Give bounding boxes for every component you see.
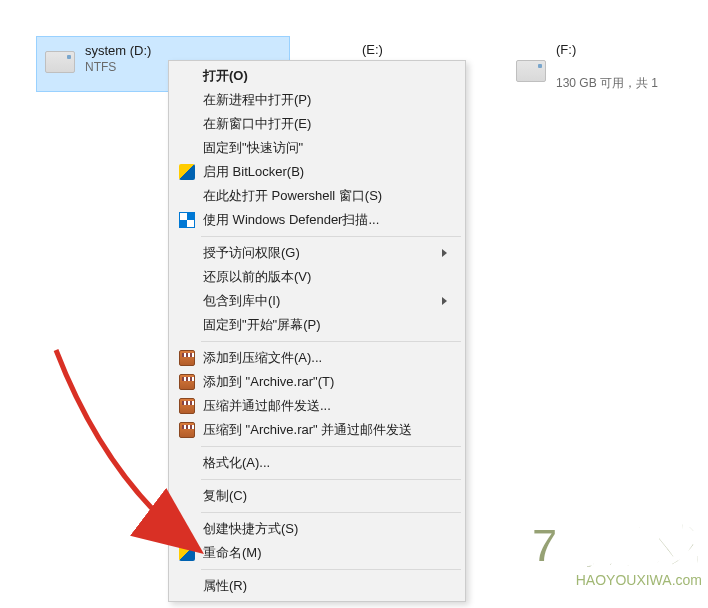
menu-add-archive-rar[interactable]: 添加到 "Archive.rar"(T) [171, 370, 463, 394]
menu-compress-email[interactable]: 压缩并通过邮件发送... [171, 394, 463, 418]
rar-icon [179, 374, 195, 390]
disk-icon [45, 51, 75, 73]
menu-separator [201, 236, 461, 237]
drive-name: (F:) [556, 42, 658, 57]
rar-icon [179, 350, 195, 366]
menu-separator [201, 479, 461, 480]
menu-compress-rar-email[interactable]: 压缩到 "Archive.rar" 并通过邮件发送 [171, 418, 463, 442]
menu-properties[interactable]: 属性(R) [171, 574, 463, 598]
drive-sub: 130 GB 可用，共 1 [556, 75, 658, 92]
menu-separator [201, 341, 461, 342]
menu-add-archive[interactable]: 添加到压缩文件(A)... [171, 346, 463, 370]
shield-icon [179, 545, 195, 561]
menu-separator [201, 569, 461, 570]
menu-rename[interactable]: 重命名(M) [171, 541, 463, 565]
menu-format[interactable]: 格式化(A)... [171, 451, 463, 475]
menu-bitlocker[interactable]: 启用 BitLocker(B) [171, 160, 463, 184]
menu-open-new-window[interactable]: 在新窗口中打开(E) [171, 112, 463, 136]
watermark-big: 7号游戏 [531, 514, 702, 578]
menu-powershell[interactable]: 在此处打开 Powershell 窗口(S) [171, 184, 463, 208]
menu-open-new-process[interactable]: 在新进程中打开(P) [171, 88, 463, 112]
submenu-arrow-icon [442, 297, 447, 305]
disk-icon [516, 60, 546, 82]
menu-pin-quick-access[interactable]: 固定到"快速访问" [171, 136, 463, 160]
drive-f[interactable]: (F:) 130 GB 可用，共 1 [508, 36, 668, 92]
shield-icon [179, 164, 195, 180]
drive-name: system (D:) [85, 43, 151, 58]
menu-copy[interactable]: 复制(C) [171, 484, 463, 508]
menu-restore-versions[interactable]: 还原以前的版本(V) [171, 265, 463, 289]
menu-create-shortcut[interactable]: 创建快捷方式(S) [171, 517, 463, 541]
defender-icon [179, 212, 195, 228]
menu-defender[interactable]: 使用 Windows Defender扫描... [171, 208, 463, 232]
watermark: 7号游戏 HAOYOUXIWA.com [531, 514, 702, 588]
drive-name: (E:) [362, 42, 462, 57]
menu-separator [201, 446, 461, 447]
menu-grant-access[interactable]: 授予访问权限(G) [171, 241, 463, 265]
drive-sub: NTFS [85, 60, 151, 74]
menu-separator [201, 512, 461, 513]
context-menu: 打开(O) 在新进程中打开(P) 在新窗口中打开(E) 固定到"快速访问" 启用… [168, 60, 466, 602]
submenu-arrow-icon [442, 249, 447, 257]
menu-pin-start[interactable]: 固定到"开始"屏幕(P) [171, 313, 463, 337]
menu-open[interactable]: 打开(O) [171, 64, 463, 88]
rar-icon [179, 422, 195, 438]
menu-include-library[interactable]: 包含到库中(I) [171, 289, 463, 313]
rar-icon [179, 398, 195, 414]
